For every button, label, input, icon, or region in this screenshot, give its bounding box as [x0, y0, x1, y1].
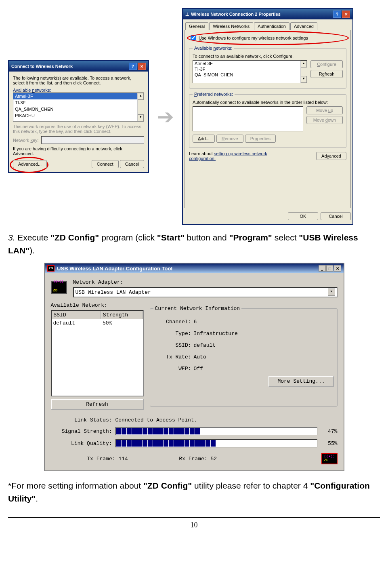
list-item[interactable]: QA_SIMON_CHEN [13, 106, 144, 112]
ok-button[interactable]: OK [288, 212, 318, 220]
adapter-label: Network Adapter: [73, 279, 338, 285]
scroll-up-icon[interactable]: ▴ [138, 93, 144, 100]
scroll-down-icon[interactable]: ▾ [301, 76, 307, 83]
adapter-value: USB Wireless LAN Adapter [76, 289, 151, 295]
available-list[interactable]: Atmel-3F TI-3F QA_SIMON_CHEN ▴▾ [193, 60, 307, 83]
advanced-button[interactable]: Advanced [316, 152, 346, 160]
signal-strength-pct: 47% [317, 428, 338, 434]
preferred-hint: Automatically connect to available netwo… [193, 100, 343, 105]
scroll-down-icon[interactable]: ▾ [138, 114, 144, 121]
row-ssid[interactable]: default [52, 319, 101, 327]
adapter-combo[interactable]: USB Wireless LAN Adapter ▾ [73, 287, 338, 297]
dialog2-titlebar: ⊥Wireless Network Connection 2 Propertie… [183, 9, 352, 19]
zdconfig-title: USB Wireless LAN Adapter Configuration T… [57, 266, 172, 272]
wep-value: Off [194, 366, 334, 372]
step3-instruction: 3. Execute "ZD Config" program (click "S… [8, 231, 380, 257]
dialog1-network-list[interactable]: Atmel-3F TI-3F QA_SIMON_CHEN PIKACHU ▴▾ [13, 93, 144, 122]
arrow-icon: ➔ [157, 105, 174, 129]
tab-general[interactable]: General [185, 22, 208, 30]
zdconfig-titlebar: ZD USB Wireless LAN Adapter Configuratio… [45, 263, 344, 273]
use-windows-checkbox-row[interactable]: Use Windows to configure my wireless net… [189, 34, 346, 42]
tab-authentication[interactable]: Authentication [254, 22, 289, 30]
use-windows-checkbox[interactable] [191, 35, 196, 40]
channel-value: 6 [194, 319, 334, 325]
col-strength[interactable]: Strength [101, 311, 143, 319]
properties-button: Properties [245, 135, 276, 143]
tx-frame-value: 114 [119, 456, 167, 462]
list-item[interactable]: Atmel-3F [13, 93, 144, 99]
connect-button[interactable]: Connect [92, 160, 119, 168]
close-icon[interactable]: ✕ [342, 11, 350, 18]
step-number: 3. [8, 233, 15, 242]
connect-wireless-dialog: Connect to Wireless Network ? ✕ The foll… [8, 60, 149, 173]
tab-strip: General Wireless Networks Authentication… [185, 22, 351, 30]
network-key-label: Network key: [13, 138, 39, 143]
learn-prefix: Learn about [189, 151, 214, 156]
available-hint: To connect to an available network, clic… [193, 54, 343, 59]
footer-rule [8, 517, 380, 518]
type-label: Type: [157, 331, 194, 337]
available-network-label: Available Network: [51, 302, 144, 308]
dialog1-wep-note: This network requires the use of a netwo… [13, 124, 144, 134]
close-icon[interactable]: ✕ [334, 265, 341, 272]
signal-strength-label: Signal Strength: [51, 428, 115, 434]
link-quality-pct: 55% [317, 440, 338, 447]
tab-wireless-networks[interactable]: Wireless Networks [209, 22, 253, 30]
preferred-list[interactable] [193, 106, 303, 131]
use-windows-label: Use Windows to configure my wireless net… [199, 36, 308, 40]
scrollbar[interactable]: ▴▾ [137, 93, 144, 121]
tx-frame-label: Tx Frame: [51, 456, 119, 462]
network-key-input [41, 136, 144, 144]
remove-button: Remove [216, 135, 243, 143]
preferred-networks-fieldset: Preferred networks: Automatically connec… [189, 92, 346, 148]
move-down-button: Move down [306, 116, 343, 124]
refresh-button[interactable]: Refresh [310, 70, 343, 78]
close-icon[interactable]: ✕ [138, 63, 146, 70]
wep-label: WEP: [157, 366, 194, 372]
zd-logo-icon: ZD [47, 265, 55, 272]
list-item[interactable]: PIKACHU [13, 112, 144, 119]
available-networks-fieldset: Available networks: To connect to an ava… [189, 46, 346, 89]
minimize-icon[interactable]: _ [319, 265, 326, 272]
cancel-button[interactable]: Cancel [321, 212, 351, 220]
learn-about-text: Learn about setting up wireless network … [189, 151, 290, 161]
scrollbar[interactable]: ▴▾ [300, 61, 307, 83]
ssid-value: default [194, 342, 334, 348]
list-item[interactable]: TI-3F [193, 66, 307, 72]
footnote: *For more setting information about "ZD … [8, 479, 380, 505]
txrate-value: Auto [194, 354, 334, 360]
dialog1-titlebar: Connect to Wireless Network ? ✕ [9, 61, 148, 72]
scroll-up-icon[interactable]: ▴ [301, 61, 307, 67]
zd-adapter-icon: ((•)) ZD [51, 279, 67, 295]
advanced-button[interactable]: Advanced... [13, 160, 47, 168]
dialog2-title: Wireless Network Connection 2 Properties [191, 12, 281, 17]
col-ssid[interactable]: SSID [52, 311, 101, 319]
help-icon[interactable]: ? [129, 63, 137, 70]
help-icon[interactable]: ? [333, 11, 341, 18]
row-strength: 50% [101, 319, 143, 327]
rx-frame-label: Rx Frame: [167, 456, 211, 462]
refresh-button[interactable]: Refresh [51, 399, 144, 410]
zd-status-icon: ((•))ZD [321, 453, 337, 464]
page-number: 10 [8, 521, 380, 529]
more-setting-button[interactable]: More Setting... [268, 376, 333, 387]
signal-strength-bar [115, 427, 317, 435]
list-item[interactable]: Atmel-3F [193, 61, 307, 66]
list-item[interactable]: QA_SIMON_CHEN [193, 72, 307, 78]
wireless-icon: ⊥ [185, 12, 189, 17]
list-item[interactable]: TI-3F [13, 99, 144, 106]
maximize-icon: □ [326, 265, 333, 272]
tab-advanced[interactable]: Advanced [290, 22, 317, 30]
cancel-button[interactable]: Cancel [120, 160, 144, 168]
chevron-down-icon[interactable]: ▾ [328, 289, 335, 296]
move-up-button: Move up [306, 106, 343, 114]
available-network-list[interactable]: SSID Strength default 50% [51, 310, 144, 396]
txrate-label: Tx Rate: [157, 354, 194, 360]
zdconfig-window-buttons: _ □ ✕ [319, 265, 341, 272]
configure-button: Configure [310, 60, 343, 68]
dialog1-advanced-note: If you are having difficulty connecting … [13, 146, 144, 156]
wireless-properties-dialog: ⊥Wireless Network Connection 2 Propertie… [182, 8, 353, 225]
current-info-fieldset: Current Network Information Channel:6 Ty… [150, 306, 338, 407]
add-button[interactable]: Add... [193, 135, 215, 143]
dialog1-available-label: Available networks: [13, 88, 144, 93]
